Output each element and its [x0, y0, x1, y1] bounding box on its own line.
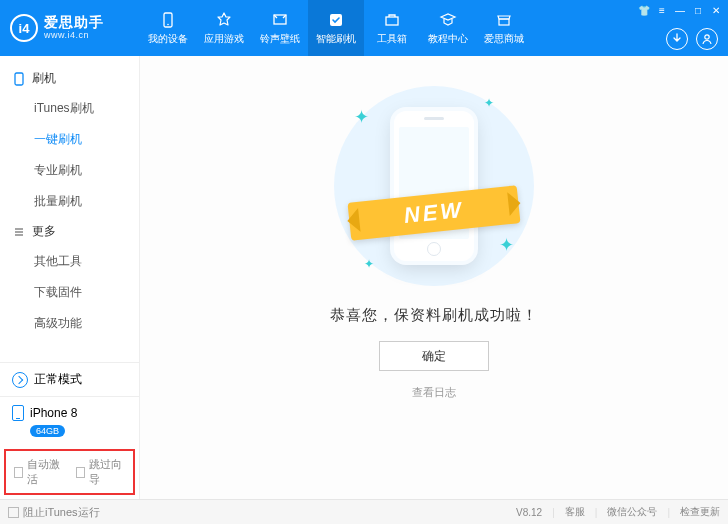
tab-label: 我的设备	[148, 32, 188, 46]
sidebar-item-fw[interactable]: 下载固件	[0, 277, 139, 308]
device-name: iPhone 8	[30, 406, 77, 420]
tab-label: 应用游戏	[204, 32, 244, 46]
tab-flash[interactable]: 智能刷机	[308, 0, 364, 56]
success-illustration: ✦ ✦ ✦ ✦ NEW	[334, 86, 534, 286]
logo: i4 爱思助手 www.i4.cn	[0, 14, 140, 42]
service-link[interactable]: 客服	[565, 505, 585, 519]
tutorial-icon	[439, 11, 457, 29]
mode-icon	[12, 372, 28, 388]
footer: 阻止iTunes运行 V8.12 | 客服 | 微信公众号 | 检查更新	[0, 499, 728, 524]
group-title: 更多	[32, 223, 56, 240]
menu-icon[interactable]: ≡	[656, 4, 668, 16]
device-icon	[159, 11, 177, 29]
device-row[interactable]: iPhone 8 64GB	[0, 397, 139, 445]
more-icon	[12, 225, 26, 239]
tab-shop[interactable]: 爱思商城	[476, 0, 532, 56]
tab-toolbox[interactable]: 工具箱	[364, 0, 420, 56]
sidebar-item-pro[interactable]: 专业刷机	[0, 155, 139, 186]
sidebar-item-batch[interactable]: 批量刷机	[0, 186, 139, 217]
sparkle-icon: ✦	[354, 106, 369, 128]
phone-icon	[394, 111, 474, 261]
sidebar-item-other[interactable]: 其他工具	[0, 246, 139, 277]
svg-point-6	[705, 35, 709, 39]
brand-url: www.i4.cn	[44, 31, 104, 41]
toolbox-icon	[383, 11, 401, 29]
sidebar-item-adv[interactable]: 高级功能	[0, 308, 139, 339]
sparkle-icon: ✦	[484, 96, 494, 110]
ring-icon	[271, 11, 289, 29]
download-icon[interactable]	[666, 28, 688, 50]
update-link[interactable]: 检查更新	[680, 505, 720, 519]
tab-label: 智能刷机	[316, 32, 356, 46]
tab-tutorial[interactable]: 教程中心	[420, 0, 476, 56]
tab-label: 爱思商城	[484, 32, 524, 46]
svg-point-1	[167, 23, 169, 25]
mode-row[interactable]: 正常模式	[0, 363, 139, 397]
success-message: 恭喜您，保资料刷机成功啦！	[330, 306, 538, 325]
tab-apps[interactable]: 应用游戏	[196, 0, 252, 56]
version-label: V8.12	[516, 507, 542, 518]
sidebar-scroll: 刷机iTunes刷机一键刷机专业刷机批量刷机更多其他工具下载固件高级功能	[0, 56, 139, 362]
mode-label: 正常模式	[34, 371, 82, 388]
sparkle-icon: ✦	[364, 257, 374, 271]
auto-activate-checkbox[interactable]: 自动激活	[14, 457, 64, 487]
phone-icon	[12, 72, 26, 86]
shop-icon	[495, 11, 513, 29]
window-controls: 👕 ≡ — □ ✕	[638, 4, 722, 16]
storage-badge: 64GB	[30, 425, 65, 437]
block-itunes-checkbox[interactable]: 阻止iTunes运行	[8, 505, 100, 520]
sidebar: 刷机iTunes刷机一键刷机专业刷机批量刷机更多其他工具下载固件高级功能 正常模…	[0, 56, 140, 499]
user-icon[interactable]	[696, 28, 718, 50]
sidebar-item-onekey[interactable]: 一键刷机	[0, 124, 139, 155]
group-title: 刷机	[32, 70, 56, 87]
app-header: i4 爱思助手 www.i4.cn 我的设备应用游戏铃声壁纸智能刷机工具箱教程中…	[0, 0, 728, 56]
view-log-link[interactable]: 查看日志	[412, 385, 456, 400]
main-panel: ✦ ✦ ✦ ✦ NEW 恭喜您，保资料刷机成功啦！ 确定 查看日志	[140, 56, 728, 499]
apps-icon	[215, 11, 233, 29]
maximize-icon[interactable]: □	[692, 4, 704, 16]
shirt-icon[interactable]: 👕	[638, 4, 650, 16]
tab-ring[interactable]: 铃声壁纸	[252, 0, 308, 56]
svg-rect-7	[15, 73, 23, 85]
logo-icon: i4	[10, 14, 38, 42]
checkbox-area: 自动激活 跳过向导	[4, 449, 135, 495]
ok-button[interactable]: 确定	[379, 341, 489, 371]
svg-rect-5	[499, 19, 509, 25]
sidebar-item-itunes[interactable]: iTunes刷机	[0, 93, 139, 124]
tab-label: 铃声壁纸	[260, 32, 300, 46]
tab-device[interactable]: 我的设备	[140, 0, 196, 56]
flash-icon	[327, 11, 345, 29]
wechat-link[interactable]: 微信公众号	[607, 505, 657, 519]
sidebar-group-more: 更多	[0, 217, 139, 246]
device-icon	[12, 405, 24, 421]
sidebar-group-phone: 刷机	[0, 64, 139, 93]
minimize-icon[interactable]: —	[674, 4, 686, 16]
brand-name: 爱思助手	[44, 15, 104, 30]
skip-guide-checkbox[interactable]: 跳过向导	[76, 457, 126, 487]
tab-label: 工具箱	[377, 32, 407, 46]
svg-rect-4	[386, 17, 398, 25]
tab-label: 教程中心	[428, 32, 468, 46]
close-icon[interactable]: ✕	[710, 4, 722, 16]
sparkle-icon: ✦	[499, 234, 514, 256]
